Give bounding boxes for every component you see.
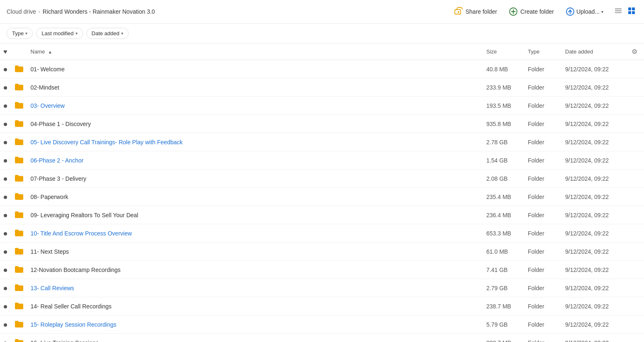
file-name-cell[interactable]: 09- Leveraging Realtors To Sell Your Dea… [27, 206, 483, 224]
file-date: 9/12/2024, 09:22 [562, 334, 628, 342]
fav-cell[interactable] [0, 315, 11, 334]
file-name-cell[interactable]: 03- Overview [27, 97, 483, 115]
table-row: 03- Overview193.5 MBFolder9/12/2024, 09:… [0, 97, 644, 115]
file-name-cell[interactable]: 15- Roleplay Session Recordings [27, 315, 483, 334]
fav-dot [4, 305, 7, 308]
file-type: Folder [524, 97, 562, 115]
file-type: Folder [524, 297, 562, 315]
th-name[interactable]: Name ▲ [27, 44, 483, 60]
file-name[interactable]: 02-Mindset [31, 84, 59, 91]
file-name[interactable]: 05- Live Discovery Call Trainings- Role … [31, 139, 183, 146]
folder-icon [14, 192, 24, 200]
row-actions [628, 78, 644, 97]
upload-label: Upload... [576, 8, 600, 15]
upload-chevron: ▾ [601, 10, 603, 14]
file-name[interactable]: 08- Paperwork [31, 194, 68, 200]
folder-icon-cell [11, 133, 27, 151]
fav-cell[interactable] [0, 151, 11, 170]
upload-icon [566, 7, 575, 16]
folder-icon-cell [11, 97, 27, 115]
filter-type-arrow: ▾ [25, 31, 27, 36]
file-name[interactable]: 01- Welcome [31, 66, 65, 73]
fav-cell[interactable] [0, 97, 11, 115]
file-name-cell[interactable]: 05- Live Discovery Call Trainings- Role … [27, 133, 483, 151]
fav-cell[interactable] [0, 188, 11, 206]
fav-cell[interactable] [0, 297, 11, 315]
table-row: 07-Phase 3 - Delivery2.08 GBFolder9/12/2… [0, 170, 644, 188]
table-row: 12-Novation Bootcamp Recordings7.41 GBFo… [0, 261, 644, 279]
filter-last-modified[interactable]: Last modified ▾ [36, 28, 83, 39]
heart-icon: ♥ [3, 48, 7, 55]
th-date[interactable]: Date added [562, 44, 628, 60]
row-actions [628, 279, 644, 297]
file-name[interactable]: 12-Novation Bootcamp Recordings [31, 267, 121, 273]
th-size[interactable]: Size [483, 44, 524, 60]
table-row: 09- Leveraging Realtors To Sell Your Dea… [0, 206, 644, 224]
fav-cell[interactable] [0, 78, 11, 97]
file-name-cell[interactable]: 01- Welcome [27, 60, 483, 78]
th-icon [11, 44, 27, 60]
file-name-cell[interactable]: 16- Live Training Sessions [27, 334, 483, 342]
folder-icon-cell [11, 206, 27, 224]
share-folder-button[interactable]: Share folder [451, 5, 500, 18]
file-name[interactable]: 13- Call Reviews [31, 285, 74, 291]
file-name[interactable]: 14- Real Seller Call Recordings [31, 303, 112, 310]
breadcrumb-root[interactable]: Cloud drive [7, 8, 36, 15]
fav-cell[interactable] [0, 133, 11, 151]
file-name[interactable]: 11- Next Steps [31, 248, 69, 255]
file-name[interactable]: 04-Phase 1 - Discovery [31, 121, 91, 127]
svg-rect-9 [615, 12, 622, 13]
file-type: Folder [524, 261, 562, 279]
folder-icon-cell [11, 170, 27, 188]
svg-rect-8 [615, 10, 622, 12]
filter-date-added-label: Date added [92, 30, 120, 36]
list-view-button[interactable] [626, 5, 637, 18]
fav-cell[interactable] [0, 224, 11, 243]
file-name-cell[interactable]: 04-Phase 1 - Discovery [27, 115, 483, 133]
photo-view-button[interactable] [612, 5, 624, 18]
filter-type[interactable]: Type ▾ [7, 28, 33, 39]
create-folder-button[interactable]: Create folder [506, 5, 556, 18]
fav-cell[interactable] [0, 334, 11, 342]
fav-cell[interactable] [0, 206, 11, 224]
fav-cell[interactable] [0, 115, 11, 133]
file-name-cell[interactable]: 06-Phase 2 - Anchor [27, 151, 483, 170]
file-size: 1.54 GB [483, 151, 524, 170]
file-name-cell[interactable]: 11- Next Steps [27, 243, 483, 261]
file-name-cell[interactable]: 14- Real Seller Call Recordings [27, 297, 483, 315]
filter-last-modified-label: Last modified [41, 30, 73, 36]
settings-icon[interactable]: ⚙ [632, 48, 637, 55]
upload-button[interactable]: Upload... ▾ [563, 5, 606, 18]
fav-cell[interactable] [0, 170, 11, 188]
file-name[interactable]: 06-Phase 2 - Anchor [31, 157, 84, 164]
file-date: 9/12/2024, 09:22 [562, 261, 628, 279]
file-type: Folder [524, 315, 562, 334]
file-name[interactable]: 03- Overview [31, 102, 65, 109]
fav-cell[interactable] [0, 60, 11, 78]
file-name[interactable]: 07-Phase 3 - Delivery [31, 175, 87, 182]
file-name[interactable]: 09- Leveraging Realtors To Sell Your Dea… [31, 212, 139, 218]
row-actions [628, 206, 644, 224]
file-name[interactable]: 10- Title And Escrow Process Overview [31, 230, 132, 237]
file-name[interactable]: 15- Roleplay Session Recordings [31, 321, 117, 328]
table-row: 14- Real Seller Call Recordings238.7 MBF… [0, 297, 644, 315]
filter-type-label: Type [12, 30, 24, 36]
file-name-cell[interactable]: 10- Title And Escrow Process Overview [27, 224, 483, 243]
fav-dot [4, 104, 7, 108]
folder-icon [14, 247, 24, 255]
th-type[interactable]: Type [524, 44, 562, 60]
file-name-cell[interactable]: 07-Phase 3 - Delivery [27, 170, 483, 188]
file-name-cell[interactable]: 02-Mindset [27, 78, 483, 97]
file-type: Folder [524, 224, 562, 243]
fav-cell[interactable] [0, 261, 11, 279]
filter-date-added[interactable]: Date added ▾ [86, 28, 129, 39]
fav-cell[interactable] [0, 243, 11, 261]
fav-cell[interactable] [0, 279, 11, 297]
file-name[interactable]: 16- Live Training Sessions [31, 340, 99, 342]
file-name-cell[interactable]: 08- Paperwork [27, 188, 483, 206]
file-name-cell[interactable]: 12-Novation Bootcamp Recordings [27, 261, 483, 279]
folder-icon [14, 82, 24, 91]
file-name-cell[interactable]: 13- Call Reviews [27, 279, 483, 297]
breadcrumb-current: Richard Wonders - Rainmaker Novation 3.0 [43, 8, 155, 15]
file-date: 9/12/2024, 09:22 [562, 115, 628, 133]
